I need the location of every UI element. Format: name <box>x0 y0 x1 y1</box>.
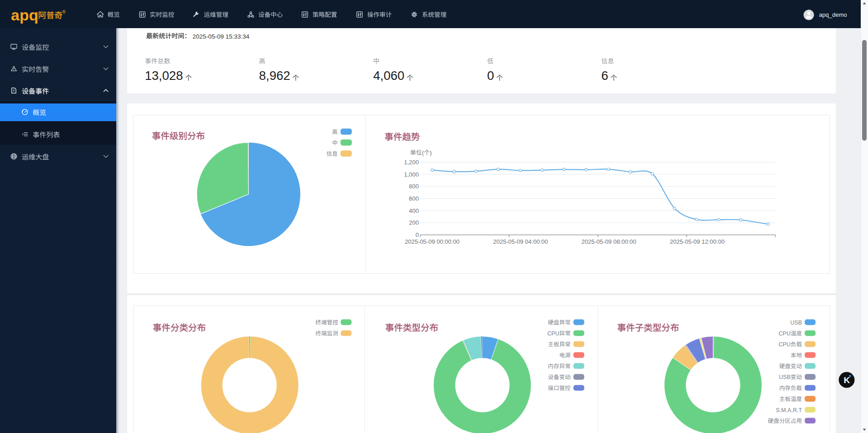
svg-text:apq: apq <box>11 6 38 24</box>
svg-text:800: 800 <box>409 183 419 190</box>
svg-text:4,060: 4,060 <box>373 69 404 83</box>
svg-text:8,962: 8,962 <box>259 69 291 83</box>
svg-text:S.M.A.R.T: S.M.A.R.T <box>776 407 802 413</box>
svg-text:400: 400 <box>409 207 419 214</box>
svg-text:2025-05-09 04:00:00: 2025-05-09 04:00:00 <box>493 238 548 245</box>
svg-text:200: 200 <box>409 219 419 226</box>
svg-text:1,000: 1,000 <box>404 171 419 178</box>
svg-text:CPU: CPU <box>779 330 790 337</box>
svg-text:2025-05-09 00:00:00: 2025-05-09 00:00:00 <box>405 238 460 245</box>
svg-text:2025-05-09 08:00:00: 2025-05-09 08:00:00 <box>582 238 636 245</box>
svg-text:6: 6 <box>602 69 608 83</box>
svg-text:1,200: 1,200 <box>404 159 419 166</box>
svg-text:2025-05-09 15:33:34: 2025-05-09 15:33:34 <box>192 33 250 40</box>
svg-text:13,028: 13,028 <box>145 69 183 83</box>
svg-text:USB: USB <box>790 320 802 326</box>
svg-text:®: ® <box>62 10 66 15</box>
svg-text:USB: USB <box>779 374 791 380</box>
svg-text:0: 0 <box>487 69 494 83</box>
svg-text:600: 600 <box>409 195 419 202</box>
svg-text:K: K <box>844 375 850 385</box>
svg-text:CPU: CPU <box>779 341 790 348</box>
svg-text:apq_demo: apq_demo <box>819 11 847 18</box>
svg-text:CPU: CPU <box>547 330 559 337</box>
svg-text:0: 0 <box>415 231 419 238</box>
svg-text:2025-05-09 12:00:00: 2025-05-09 12:00:00 <box>670 238 725 245</box>
svg-text:): ) <box>430 149 432 156</box>
svg-text:(: ( <box>422 149 424 156</box>
